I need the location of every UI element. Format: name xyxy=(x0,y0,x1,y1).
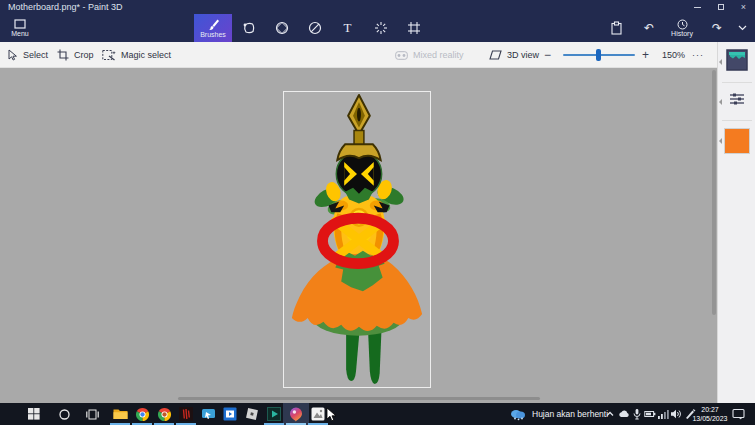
task-view-button[interactable] xyxy=(84,406,100,422)
brush-settings-button[interactable] xyxy=(718,90,755,108)
ribbon-collapse-button[interactable] xyxy=(733,14,751,42)
file-explorer-icon xyxy=(113,408,128,420)
effects-icon xyxy=(374,21,388,35)
search-button[interactable] xyxy=(56,406,72,422)
battery-icon[interactable] xyxy=(644,408,656,420)
text-tool-icon: T xyxy=(344,20,352,36)
titlebar: Motherboard.png* - Paint 3D × xyxy=(0,0,755,14)
magic-select-tool[interactable]: Magic select xyxy=(102,42,171,68)
taskbar-app-dice[interactable] xyxy=(244,406,260,422)
crop-icon xyxy=(57,49,69,61)
history-button[interactable]: History xyxy=(668,14,696,42)
menu-label: Menu xyxy=(11,30,29,37)
taskbar-app-pointer[interactable] xyxy=(200,406,216,422)
sub-toolbar: Select Crop Magic select xyxy=(0,42,717,68)
3d-view-button[interactable]: 3D view xyxy=(489,42,539,68)
close-button[interactable]: × xyxy=(732,0,755,14)
search-circle-icon xyxy=(59,409,70,420)
3d-shapes-icon xyxy=(275,21,289,35)
brush-preview-button[interactable] xyxy=(718,48,755,72)
menu-button[interactable]: Menu xyxy=(2,14,38,42)
weather-label: Hujan akan berhenti xyxy=(532,409,608,419)
microphone-icon[interactable] xyxy=(631,408,643,420)
zoom-in-button[interactable]: + xyxy=(642,42,649,68)
panel-divider xyxy=(722,82,752,83)
red-app-icon xyxy=(179,407,193,421)
onedrive-cloud-icon[interactable] xyxy=(618,408,630,420)
volume-icon[interactable] xyxy=(670,408,682,420)
brushes-label: Brushes xyxy=(200,31,226,38)
taskbar-app-photos[interactable] xyxy=(310,406,326,422)
mouse-cursor xyxy=(326,407,337,425)
taskbar-app-chrome-2[interactable] xyxy=(156,406,172,422)
photos-icon xyxy=(311,407,325,421)
mixed-reality-button[interactable]: Mixed reality xyxy=(395,42,464,68)
paste-button[interactable] xyxy=(606,14,626,42)
taskbar-app-media-player[interactable] xyxy=(266,406,282,422)
vertical-scrollbar[interactable] xyxy=(712,70,716,315)
clock-widget[interactable]: 20:27 13/05/2023 xyxy=(692,405,728,423)
minimize-button[interactable] xyxy=(686,0,709,14)
taskbar-app-paint-3d[interactable] xyxy=(288,406,304,422)
paint-3d-icon xyxy=(289,407,303,422)
taskbar-app-chrome[interactable] xyxy=(134,406,150,422)
tab-brushes[interactable]: Brushes xyxy=(194,14,232,42)
dice-app-icon xyxy=(245,407,259,421)
undo-button[interactable]: ↶ xyxy=(639,14,659,42)
maximize-button[interactable] xyxy=(709,0,732,14)
crop-label: Crop xyxy=(74,50,94,60)
movies-tv-icon xyxy=(223,407,237,421)
network-signal-icon[interactable] xyxy=(657,408,669,420)
tab-2d-shapes[interactable] xyxy=(232,14,265,42)
chrome-icon xyxy=(157,407,172,422)
canvas-artwork xyxy=(284,92,430,387)
rain-cloud-icon xyxy=(510,408,526,421)
tool-tabs: Brushes T xyxy=(194,14,430,42)
history-label: History xyxy=(671,30,693,37)
zoom-slider[interactable] xyxy=(563,54,635,56)
crop-tool[interactable]: Crop xyxy=(57,42,94,68)
history-icon xyxy=(677,19,688,30)
canvas-icon xyxy=(407,21,421,35)
tab-stickers[interactable] xyxy=(298,14,331,42)
chrome-icon xyxy=(135,407,150,422)
tab-3d-shapes[interactable] xyxy=(265,14,298,42)
tab-canvas[interactable] xyxy=(397,14,430,42)
3d-view-label: 3D view xyxy=(507,50,539,60)
stickers-icon xyxy=(308,21,322,35)
action-center-button[interactable] xyxy=(730,406,746,422)
3d-view-icon xyxy=(489,50,502,60)
taskbar-app-red[interactable] xyxy=(178,406,194,422)
magic-select-label: Magic select xyxy=(121,50,171,60)
minimize-icon xyxy=(694,7,701,8)
select-tool[interactable]: Select xyxy=(8,42,48,68)
drawing-canvas[interactable] xyxy=(283,91,431,388)
taskbar: Hujan akan berhenti xyxy=(0,403,755,425)
tab-effects[interactable] xyxy=(364,14,397,42)
taskbar-app-file-explorer[interactable] xyxy=(112,406,128,422)
taskbar-date: 13/05/2023 xyxy=(692,414,728,423)
mixed-reality-label: Mixed reality xyxy=(413,50,464,60)
taskbar-time: 20:27 xyxy=(692,405,728,414)
window-title: Motherboard.png* - Paint 3D xyxy=(8,2,123,12)
2d-shapes-icon xyxy=(242,21,256,35)
brush-preview-icon xyxy=(725,48,749,72)
start-button[interactable] xyxy=(26,406,42,422)
brush-icon xyxy=(207,18,220,31)
pointer-app-icon xyxy=(201,408,216,421)
magic-select-icon xyxy=(102,49,116,61)
tray-chevron-up-icon[interactable] xyxy=(604,408,616,420)
chevron-down-icon xyxy=(738,25,747,31)
paint3d-window: Motherboard.png* - Paint 3D × Menu Brush… xyxy=(0,0,755,425)
zoom-out-button[interactable]: − xyxy=(544,42,551,68)
weather-widget[interactable]: Hujan akan berhenti xyxy=(510,403,608,425)
panel-divider xyxy=(722,120,752,121)
redo-button[interactable]: ↷ xyxy=(707,14,727,42)
horizontal-scrollbar[interactable] xyxy=(178,397,540,400)
zoom-slider-thumb[interactable] xyxy=(596,49,601,61)
workspace[interactable] xyxy=(0,68,717,403)
more-options-button[interactable]: ··· xyxy=(692,42,704,68)
taskbar-app-movies-tv[interactable] xyxy=(222,406,238,422)
color-swatch-button[interactable] xyxy=(718,128,755,154)
tab-text[interactable]: T xyxy=(331,14,364,42)
